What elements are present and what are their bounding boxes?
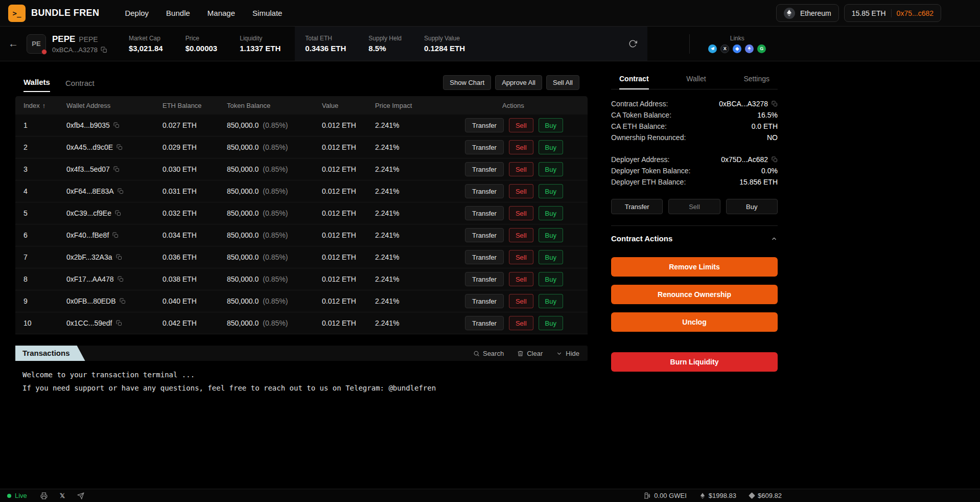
tab-wallets[interactable]: Wallets <box>24 78 50 92</box>
transfer-button[interactable]: Transfer <box>465 140 504 154</box>
copy-icon[interactable] <box>113 166 120 172</box>
transfer-button[interactable]: Transfer <box>465 184 504 198</box>
wallet-eth-balance: 0.031 ETH <box>162 187 227 195</box>
refresh-button[interactable] <box>628 39 637 48</box>
telegram-icon[interactable] <box>77 492 84 499</box>
clear-button[interactable]: Clear <box>517 350 543 357</box>
transfer-button[interactable]: Transfer <box>465 272 504 286</box>
nav-deploy[interactable]: Deploy <box>125 9 149 17</box>
sell-button[interactable]: Sell <box>509 184 533 198</box>
deployer-sell-button[interactable]: Sell <box>668 199 720 214</box>
wallet-row: 3 0x4f3...5ed07 0.030 ETH 850,000.0(0.85… <box>15 158 588 180</box>
tab-contract[interactable]: Contract <box>65 79 95 92</box>
sell-button[interactable]: Sell <box>509 250 533 264</box>
copy-icon[interactable] <box>118 188 124 194</box>
contract-address: 0xBCA...A3278 <box>719 100 768 108</box>
sell-button[interactable]: Sell <box>509 294 533 308</box>
transfer-button[interactable]: Transfer <box>465 118 504 132</box>
show-chart-button[interactable]: Show Chart <box>443 75 491 90</box>
x-icon[interactable]: X <box>720 44 729 53</box>
transfer-button[interactable]: Transfer <box>465 316 504 330</box>
nav-bundle[interactable]: Bundle <box>166 9 190 17</box>
network-selector[interactable]: Ethereum <box>776 4 839 22</box>
wallet-balance-box[interactable]: 15.85 ETH 0x75...c682 <box>844 4 941 22</box>
transfer-button[interactable]: Transfer <box>465 250 504 264</box>
telegram-icon[interactable] <box>708 44 717 53</box>
wallet-address: 0xF40...fBe8f <box>66 231 109 239</box>
approve-all-button[interactable]: Approve All <box>495 75 542 90</box>
tab-wallet-info[interactable]: Wallet <box>686 75 706 89</box>
wallet-token-balance: 850,000.0 <box>227 231 259 239</box>
wallet-token-pct: (0.85%) <box>263 253 288 261</box>
wallet-token-pct: (0.85%) <box>263 231 288 239</box>
chevron-up-icon[interactable] <box>771 235 778 242</box>
sell-button[interactable]: Sell <box>509 316 533 330</box>
search-button[interactable]: Search <box>473 350 504 357</box>
sell-all-button[interactable]: Sell All <box>546 75 579 90</box>
buy-button[interactable]: Buy <box>539 206 563 220</box>
copy-icon[interactable] <box>113 122 120 128</box>
wallet-row: 7 0x2bF...32A3a 0.036 ETH 850,000.0(0.85… <box>15 246 588 268</box>
bnb-icon <box>749 492 755 499</box>
buy-button[interactable]: Buy <box>539 184 563 198</box>
back-button[interactable]: ← <box>8 38 18 50</box>
info-row: CA Token Balance: 16.5% <box>611 110 778 120</box>
burn-liquidity-button[interactable]: Burn Liquidity <box>611 352 778 372</box>
hide-button[interactable]: Hide <box>556 350 579 357</box>
unclog-button[interactable]: Unclog <box>611 312 778 332</box>
deployer-buy-button[interactable]: Buy <box>726 199 778 214</box>
contract-actions-header[interactable]: Contract Actions <box>611 225 778 250</box>
network-name: Ethereum <box>800 9 831 17</box>
nav-simulate[interactable]: Simulate <box>252 9 282 17</box>
wallet-price-impact: 2.241% <box>375 275 451 283</box>
deployer-transfer-button[interactable]: Transfer <box>611 199 663 214</box>
sell-button[interactable]: Sell <box>509 206 533 220</box>
buy-button[interactable]: Buy <box>539 228 563 242</box>
deployer-actions: Transfer Sell Buy <box>611 199 778 214</box>
remove-limits-button[interactable]: Remove Limits <box>611 257 778 277</box>
dexscreener-icon[interactable]: ◆ <box>733 44 741 53</box>
ethereum-icon[interactable] <box>745 44 754 53</box>
copy-icon[interactable] <box>116 320 122 326</box>
copy-icon[interactable] <box>120 298 126 304</box>
transfer-button[interactable]: Transfer <box>465 162 504 176</box>
copy-icon[interactable] <box>101 47 107 53</box>
buy-button[interactable]: Buy <box>539 316 563 330</box>
copy-icon[interactable] <box>772 101 778 107</box>
sell-button[interactable]: Sell <box>509 228 533 242</box>
sell-button[interactable]: Sell <box>509 162 533 176</box>
brand-logo[interactable]: >_ <box>8 5 26 22</box>
sell-button[interactable]: Sell <box>509 272 533 286</box>
x-icon[interactable]: 𝕏 <box>60 492 65 499</box>
buy-button[interactable]: Buy <box>539 162 563 176</box>
nav-manage[interactable]: Manage <box>207 9 235 17</box>
copy-icon[interactable] <box>116 254 122 260</box>
copy-icon[interactable] <box>772 156 778 163</box>
geckoterminal-icon[interactable]: G <box>757 44 766 53</box>
buy-button[interactable]: Buy <box>539 140 563 154</box>
search-icon <box>473 350 480 357</box>
buy-button[interactable]: Buy <box>539 272 563 286</box>
wallet-index: 3 <box>24 165 66 173</box>
col-index[interactable]: Index↑ <box>24 102 66 109</box>
buy-button[interactable]: Buy <box>539 250 563 264</box>
wallet-price-impact: 2.241% <box>375 143 451 151</box>
tab-contract-info[interactable]: Contract <box>619 75 649 89</box>
copy-icon[interactable] <box>116 144 123 150</box>
wallet-index: 5 <box>24 209 66 217</box>
bnb-price: $609.82 <box>750 492 782 499</box>
tab-settings[interactable]: Settings <box>743 75 769 89</box>
copy-icon[interactable] <box>112 232 119 238</box>
copy-icon[interactable] <box>115 210 121 216</box>
transfer-button[interactable]: Transfer <box>465 228 504 242</box>
buy-button[interactable]: Buy <box>539 294 563 308</box>
copy-icon[interactable] <box>118 276 124 282</box>
sell-button[interactable]: Sell <box>509 140 533 154</box>
transfer-button[interactable]: Transfer <box>465 294 504 308</box>
buy-button[interactable]: Buy <box>539 118 563 132</box>
printer-icon[interactable] <box>40 492 48 499</box>
stat-value: 0.3436 ETH <box>305 44 346 53</box>
renounce-ownership-button[interactable]: Renounce Ownership <box>611 285 778 304</box>
sell-button[interactable]: Sell <box>509 118 533 132</box>
transfer-button[interactable]: Transfer <box>465 206 504 220</box>
